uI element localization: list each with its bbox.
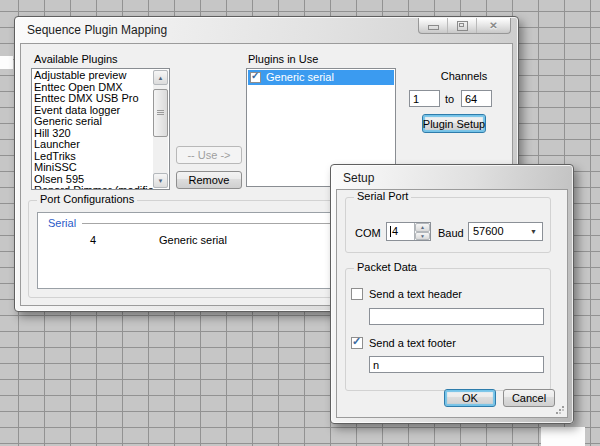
scroll-up-icon[interactable]: ▲: [153, 70, 168, 85]
serial-port-group: Serial Port COM 4 ▲ ▼ Baud 57600 ▼: [345, 197, 551, 253]
spin-up-icon[interactable]: ▲: [415, 223, 430, 232]
close-icon: ✕: [489, 19, 497, 32]
remove-button[interactable]: Remove: [176, 171, 242, 189]
setup-client-area: Serial Port COM 4 ▲ ▼ Baud 57600 ▼ Packe…: [336, 189, 568, 418]
list-item[interactable]: Launcher: [34, 139, 153, 151]
close-button[interactable]: ✕: [477, 18, 510, 33]
ok-button[interactable]: OK: [444, 389, 496, 407]
send-header-label: Send a text header: [369, 288, 462, 300]
restore-icon: [457, 21, 468, 31]
send-footer-label: Send a text footer: [369, 337, 456, 349]
plugin-checkbox[interactable]: ✓: [250, 72, 261, 83]
baud-value: 57600: [473, 225, 504, 237]
com-value: 4: [390, 225, 398, 237]
plugin-in-use-label: Generic serial: [266, 71, 334, 83]
setup-title-bar[interactable]: Setup: [331, 165, 573, 189]
port-configurations-label: Port Configurations: [37, 193, 137, 205]
use-button[interactable]: -- Use ->: [176, 146, 242, 164]
baud-combobox[interactable]: 57600 ▼: [468, 222, 543, 241]
channels-to-label: to: [445, 93, 454, 105]
resize-grip[interactable]: [556, 406, 565, 415]
port-number: 4: [90, 234, 96, 246]
list-item[interactable]: Adjustable preview: [34, 70, 153, 82]
text-caret: [390, 226, 391, 237]
minimize-icon: [428, 25, 439, 30]
spin-buttons: ▲ ▼: [414, 223, 430, 240]
desktop-grid-background: Sequence Plugin Mapping ✕ Available Plug…: [0, 0, 600, 446]
restore-button[interactable]: [448, 18, 477, 33]
scrollbar[interactable]: ▲ ▼: [153, 70, 168, 188]
serial-port-label: Serial Port: [354, 190, 411, 202]
grid-highlight-cell: [0, 56, 13, 69]
send-header-checkbox[interactable]: [351, 288, 363, 300]
plugins-in-use-label: Plugins in Use: [248, 53, 318, 65]
channels-label: Channels: [409, 70, 519, 82]
setup-window: Setup Serial Port COM 4 ▲ ▼ Baud 57600 ▼: [330, 164, 574, 424]
chevron-down-icon: ▼: [530, 228, 537, 235]
packet-data-group: Packet Data Send a text header ✓ Send a …: [345, 268, 551, 391]
list-item[interactable]: Enttec DMX USB Pro: [34, 93, 153, 105]
serial-section-label: Serial: [48, 217, 76, 229]
available-plugins-items: Adjustable preview Enttec Open DMX Entte…: [34, 70, 153, 189]
send-footer-checkbox[interactable]: ✓: [351, 337, 363, 349]
list-item[interactable]: Generic serial: [34, 116, 153, 128]
check-icon: ✓: [352, 335, 361, 348]
scroll-down-icon[interactable]: ▼: [153, 173, 168, 188]
spin-down-icon[interactable]: ▼: [415, 232, 430, 241]
plugin-in-use-row[interactable]: ✓ Generic serial: [248, 70, 394, 85]
window-title: Sequence Plugin Mapping: [27, 23, 167, 37]
minimize-button[interactable]: [419, 18, 448, 33]
footer-text-input[interactable]: [369, 356, 544, 373]
available-plugins-label: Available Plugins: [34, 53, 118, 65]
list-item[interactable]: Renard Dimmer (modified): [34, 185, 153, 189]
cancel-button[interactable]: Cancel: [503, 389, 555, 407]
list-item[interactable]: MiniSSC: [34, 162, 153, 174]
scrollbar-thumb[interactable]: [153, 89, 168, 137]
channel-to-input[interactable]: [461, 90, 492, 107]
available-plugins-listbox[interactable]: Adjustable preview Enttec Open DMX Entte…: [31, 68, 170, 190]
com-label: COM: [355, 227, 381, 239]
packet-data-label: Packet Data: [354, 261, 420, 273]
channel-from-input[interactable]: [409, 90, 440, 107]
caption-buttons: ✕: [418, 18, 511, 34]
port-plugin-name: Generic serial: [159, 234, 227, 246]
setup-window-title: Setup: [343, 171, 374, 185]
baud-label: Baud: [438, 227, 464, 239]
grid-highlight-cell: [541, 427, 585, 446]
header-text-input[interactable]: [369, 308, 544, 325]
check-icon: ✓: [251, 70, 259, 81]
plugin-setup-button[interactable]: Plugin Setup: [422, 114, 486, 133]
com-spinner[interactable]: 4 ▲ ▼: [386, 222, 431, 241]
